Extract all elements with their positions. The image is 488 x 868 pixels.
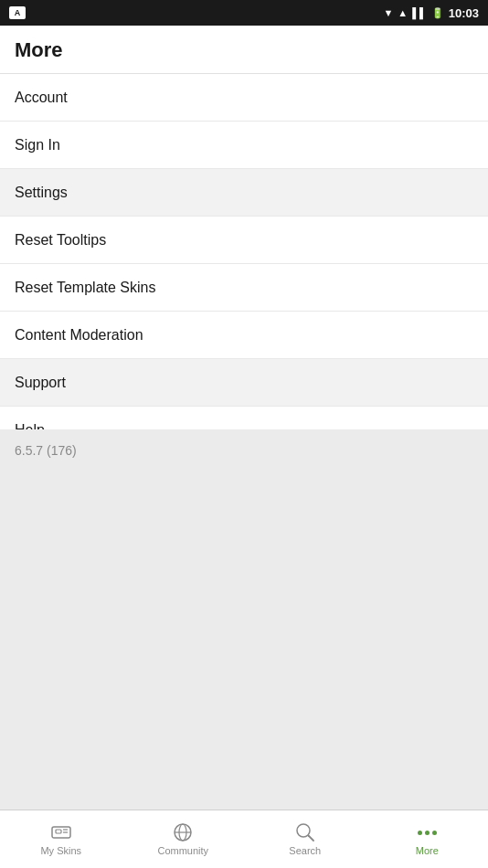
battery-icon: 🔋 (431, 7, 444, 19)
menu-item-settings-label: Settings (15, 185, 68, 201)
more-dots-icon (415, 822, 439, 842)
menu-item-help-label: Help (15, 422, 45, 429)
menu-item-content-moderation-label: Content Moderation (15, 327, 143, 344)
version-text: 6.5.7 (176) (15, 443, 77, 458)
menu-item-account-label: Account (15, 90, 68, 106)
nav-item-my-skins[interactable]: My Skins (0, 810, 122, 868)
nav-item-more[interactable]: More (366, 810, 489, 868)
page-header: More (0, 26, 488, 74)
bars-icon: ▌▌ (412, 7, 427, 18)
status-left: A (9, 6, 26, 19)
menu-item-help[interactable]: Help (0, 407, 488, 429)
version-area: 6.5.7 (176) (0, 429, 488, 810)
menu-item-settings[interactable]: Settings (0, 169, 488, 217)
page-title: More (15, 38, 63, 61)
menu-item-sign-in[interactable]: Sign In (0, 122, 488, 169)
nav-search-label: Search (289, 845, 321, 856)
menu-list: Account Sign In Settings Reset Tooltips … (0, 74, 488, 429)
nav-item-search[interactable]: Search (244, 810, 366, 868)
search-icon (293, 822, 317, 842)
signal-icon: ▼ (383, 7, 393, 18)
menu-item-support-label: Support (15, 375, 66, 391)
nav-my-skins-label: My Skins (40, 845, 81, 856)
menu-item-reset-tooltips-label: Reset Tooltips (15, 232, 106, 249)
nav-more-label: More (416, 845, 439, 856)
svg-line-8 (308, 836, 313, 842)
skins-icon (49, 822, 73, 842)
status-right: ▼ ▲ ▌▌ 🔋 10:03 (383, 6, 479, 20)
menu-item-account[interactable]: Account (0, 74, 488, 122)
status-time: 10:03 (449, 6, 479, 20)
menu-item-support[interactable]: Support (0, 359, 488, 407)
nav-community-label: Community (157, 845, 208, 856)
menu-item-reset-tooltips[interactable]: Reset Tooltips (0, 217, 488, 264)
globe-icon (171, 822, 195, 842)
menu-item-reset-template-skins[interactable]: Reset Template Skins (0, 264, 488, 312)
app-icon: A (9, 6, 26, 19)
menu-item-reset-template-skins-label: Reset Template Skins (15, 280, 155, 296)
nav-item-community[interactable]: Community (122, 810, 245, 868)
wifi-icon: ▲ (398, 7, 408, 18)
menu-item-sign-in-label: Sign In (15, 137, 60, 153)
menu-item-content-moderation[interactable]: Content Moderation (0, 312, 488, 359)
status-bar: A ▼ ▲ ▌▌ 🔋 10:03 (0, 0, 488, 26)
svg-rect-1 (56, 830, 61, 833)
bottom-nav: My Skins Community Search (0, 810, 488, 868)
